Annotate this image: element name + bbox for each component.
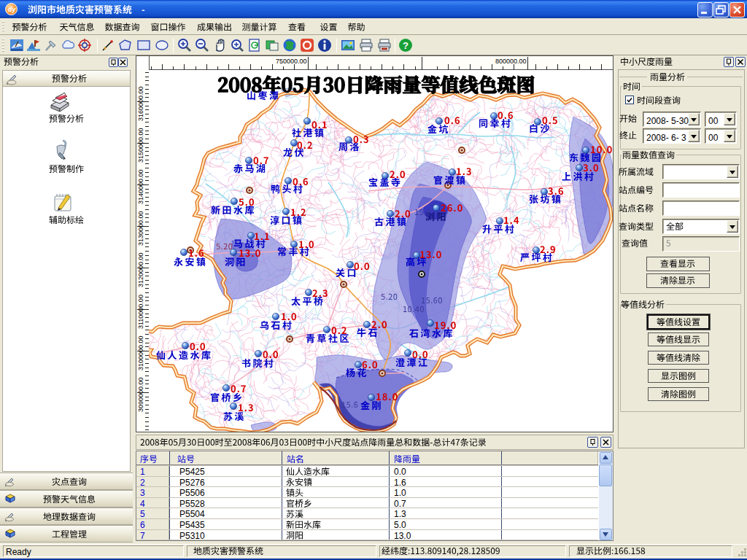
svg-text:?: ? [403, 40, 409, 51]
